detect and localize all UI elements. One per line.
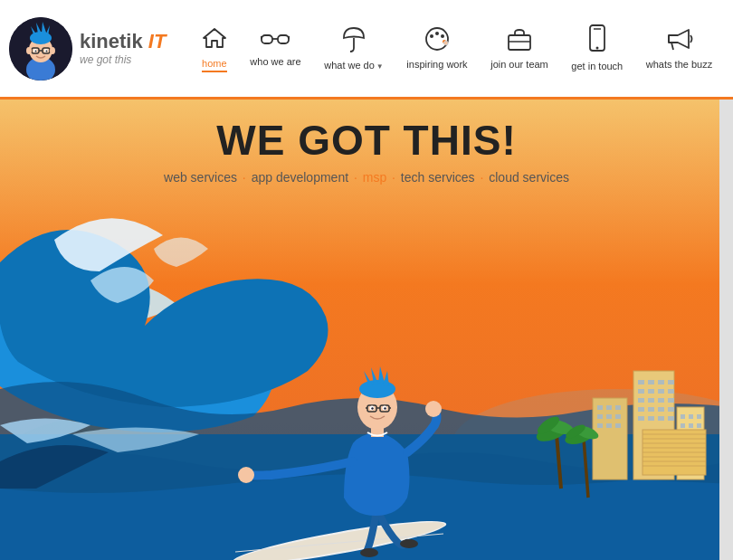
svg-rect-62	[606, 405, 612, 410]
nav-item-who-we-are[interactable]: who we are	[243, 24, 308, 73]
svg-rect-56	[638, 416, 644, 421]
megaphone-icon	[665, 26, 694, 55]
svg-point-16	[50, 47, 55, 54]
svg-rect-52	[638, 407, 644, 412]
svg-rect-40	[638, 380, 644, 384]
svg-point-15	[26, 47, 32, 54]
svg-rect-72	[689, 414, 693, 419]
svg-rect-48	[638, 398, 644, 403]
nav-label-get-in-touch: get in touch	[571, 61, 623, 73]
svg-rect-29	[509, 35, 530, 50]
svg-rect-42	[658, 380, 664, 384]
nav-item-get-in-touch[interactable]: get in touch	[564, 20, 630, 78]
svg-rect-59	[668, 416, 674, 421]
svg-point-27	[441, 34, 444, 38]
logo-brand: kinetik IT	[80, 31, 166, 52]
svg-rect-61	[597, 405, 603, 410]
hero-subtitle: web services · app development · msp · t…	[0, 170, 733, 185]
svg-rect-41	[648, 380, 654, 384]
mobile-icon	[587, 24, 607, 57]
svg-point-115	[371, 407, 373, 409]
svg-point-26	[435, 32, 439, 35]
svg-rect-57	[648, 416, 654, 421]
hero-title: WE GOT THIS!	[0, 116, 733, 165]
header: kinetik IT we got this home	[0, 0, 733, 100]
svg-point-24	[426, 28, 448, 50]
svg-point-25	[430, 34, 433, 38]
svg-rect-69	[615, 423, 621, 428]
nav-item-join-our-team[interactable]: join our team	[483, 22, 556, 76]
svg-rect-71	[681, 414, 685, 419]
svg-point-14	[46, 50, 48, 52]
svg-rect-49	[648, 398, 654, 403]
svg-rect-51	[668, 398, 674, 403]
svg-point-99	[238, 467, 254, 483]
svg-rect-63	[615, 405, 621, 410]
svg-marker-17	[204, 29, 225, 47]
svg-rect-43	[668, 380, 674, 384]
svg-rect-19	[278, 35, 289, 43]
glasses-icon	[261, 29, 290, 52]
svg-point-116	[384, 407, 386, 409]
nav-item-inspiring-work[interactable]: inspiring work	[399, 22, 474, 76]
svg-rect-54	[658, 407, 664, 412]
svg-rect-47	[668, 389, 674, 394]
briefcase-icon	[506, 26, 533, 55]
svg-point-98	[400, 539, 418, 548]
svg-rect-50	[658, 398, 664, 403]
svg-rect-18	[262, 35, 272, 43]
palette-icon	[424, 26, 451, 55]
svg-rect-65	[606, 414, 612, 419]
logo-area: kinetik IT we got this	[9, 17, 190, 81]
nav-label-home: home	[202, 58, 227, 72]
svg-point-97	[360, 548, 378, 557]
svg-rect-60	[593, 398, 627, 479]
svg-rect-45	[648, 389, 654, 394]
svg-point-100	[425, 401, 442, 417]
svg-rect-75	[689, 423, 693, 428]
nav-label-whats-the-buzz: whats the buzz	[646, 59, 712, 71]
logo-text: kinetik IT we got this	[80, 31, 166, 65]
svg-rect-76	[697, 423, 701, 428]
hero-text-area: WE GOT THIS! web services · app developm…	[0, 100, 733, 185]
nav-label-inspiring-work: inspiring work	[406, 59, 467, 71]
nav-item-whats-the-buzz[interactable]: whats the buzz	[639, 22, 719, 76]
svg-rect-73	[697, 414, 701, 419]
dropdown-arrow-icon: ▼	[376, 62, 384, 71]
nav-label-what-we-do: what we do▼	[324, 60, 384, 72]
nav-item-what-we-do[interactable]: what we do▼	[317, 21, 391, 77]
logo-avatar	[9, 17, 72, 81]
svg-rect-74	[681, 423, 685, 428]
home-icon	[202, 25, 227, 54]
svg-point-13	[35, 50, 37, 52]
svg-rect-53	[648, 407, 654, 412]
logo-tagline: we got this	[80, 53, 166, 66]
svg-rect-68	[606, 423, 612, 428]
svg-line-21	[261, 36, 262, 39]
nav-item-home[interactable]: home	[195, 21, 234, 77]
svg-rect-46	[658, 389, 664, 394]
svg-point-32	[595, 46, 598, 49]
svg-line-22	[289, 36, 290, 39]
svg-rect-66	[615, 414, 621, 419]
main-nav: home who we are	[190, 20, 724, 78]
svg-marker-106	[378, 366, 385, 384]
svg-rect-58	[658, 416, 664, 421]
umbrella-icon	[341, 25, 366, 56]
svg-rect-55	[668, 407, 674, 412]
nav-label-join-our-team: join our team	[490, 59, 548, 71]
svg-rect-44	[638, 389, 644, 394]
svg-rect-67	[597, 423, 603, 428]
hero-section: WE GOT THIS! web services · app developm…	[0, 100, 733, 560]
svg-rect-64	[597, 414, 603, 419]
nav-label-who-we-are: who we are	[250, 56, 300, 69]
svg-marker-107	[383, 371, 389, 386]
